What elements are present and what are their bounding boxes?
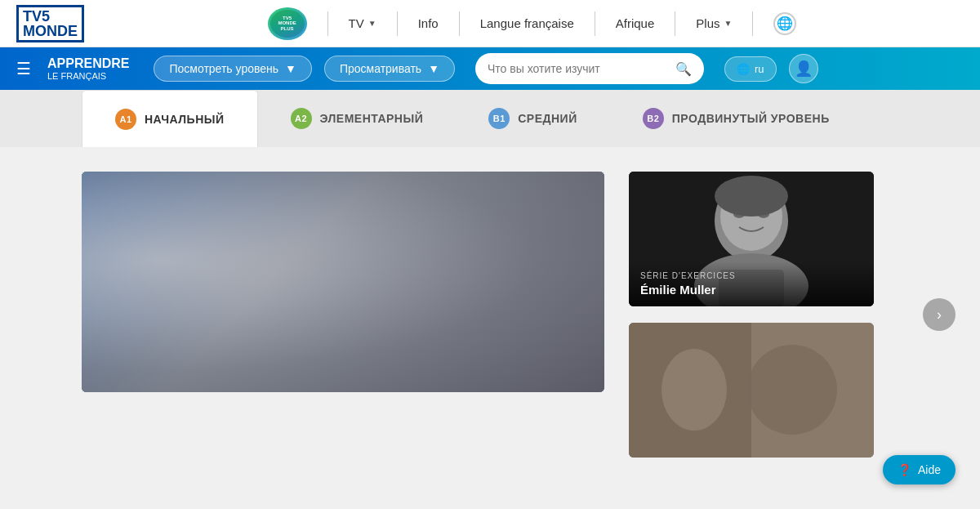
badge-b2: B2 — [643, 108, 664, 129]
level-button[interactable]: Посмотреть уровень ▼ — [154, 56, 311, 82]
globe-small-icon: 🌐 — [737, 63, 750, 75]
aide-label: Aide — [918, 463, 941, 476]
emilie-muller-overlay: SÉRIE D'EXERCICES Émilie Muller — [629, 261, 874, 306]
content-grid: SÉRIE D'EXERCICES Émilie Muller — [82, 172, 898, 458]
nav-plus[interactable]: Plus ▼ — [696, 16, 732, 30]
nav-langue[interactable]: Langue française — [480, 16, 574, 30]
tab-b1[interactable]: B1 СРЕДНИЙ — [456, 90, 610, 147]
main-content: SÉRIE D'EXERCICES Émilie Muller › — [0, 147, 980, 482]
second-card-image — [629, 323, 874, 458]
svg-point-5 — [290, 208, 412, 298]
nav-divider-4 — [595, 11, 595, 36]
level-chevron-icon: ▼ — [285, 62, 296, 75]
nav-info[interactable]: Info — [418, 16, 439, 30]
lang-label: ru — [755, 63, 764, 75]
next-arrow-button[interactable]: › — [923, 298, 956, 331]
logo-tv5-text: TV5 — [23, 9, 50, 24]
globe-icon[interactable]: 🌐 — [773, 12, 796, 35]
nav-tv-label: TV — [349, 16, 364, 30]
nav-afrique-label: Afrique — [616, 16, 655, 30]
logo-monde-text: MONDE — [23, 24, 78, 38]
serie-label: SÉRIE D'EXERCICES — [640, 271, 862, 280]
big-card[interactable] — [82, 172, 604, 392]
hamburger-menu[interactable]: ☰ — [16, 59, 31, 78]
nav-divider-5 — [675, 11, 675, 36]
aide-button[interactable]: ❓ Aide — [883, 455, 956, 482]
chevron-right-icon: › — [937, 306, 942, 324]
svg-point-6 — [286, 290, 351, 331]
tv5monde-logo[interactable]: TV5 MONDE — [16, 5, 84, 42]
sub-navigation: ☰ APPRENDRE LE FRANÇAIS Посмотреть урове… — [0, 47, 980, 90]
tab-a2-label: ЭЛЕМЕНТАРНЫЙ — [320, 112, 424, 125]
svg-rect-10 — [82, 172, 229, 392]
svg-point-17 — [715, 176, 788, 217]
user-icon: 👤 — [795, 60, 813, 78]
tab-a2[interactable]: A2 ЭЛЕМЕНТАРНЫЙ — [258, 90, 457, 147]
second-card-svg — [629, 323, 874, 458]
browse-button-label: Просматривать — [340, 62, 421, 75]
svg-rect-0 — [82, 172, 604, 392]
tab-b2[interactable]: B2 ПРОДВИНУТЫЙ УРОВЕНЬ — [610, 90, 862, 147]
svg-point-1 — [114, 200, 310, 364]
svg-rect-7 — [286, 294, 294, 327]
badge-a2: A2 — [291, 108, 312, 129]
nav-divider-3 — [459, 11, 460, 36]
badge-b1: B1 — [488, 108, 510, 129]
svg-rect-9 — [306, 288, 314, 324]
svg-point-2 — [122, 208, 302, 355]
small-cards-column: SÉRIE D'EXERCICES Émilie Muller — [629, 172, 874, 458]
nav-tv[interactable]: TV ▼ — [349, 16, 376, 30]
nav-tv-chevron: ▼ — [368, 19, 376, 28]
emilie-muller-card[interactable]: SÉRIE D'EXERCICES Émilie Muller — [629, 172, 874, 306]
top-navigation: TV5 MONDE TV5MONDEPLUS TV ▼ Info Langue … — [0, 0, 980, 47]
svg-point-23 — [747, 345, 837, 435]
nav-divider-2 — [397, 11, 398, 36]
logo-area: TV5 MONDE — [16, 5, 84, 42]
tab-a1[interactable]: A1 НАЧАЛЬНЫЙ — [82, 90, 258, 147]
nav-langue-label: Langue française — [480, 16, 574, 30]
svg-point-11 — [102, 208, 225, 355]
second-small-card[interactable] — [629, 323, 874, 458]
emilie-muller-title: Émilie Muller — [640, 283, 862, 297]
tab-b2-label: ПРОДВИНУТЫЙ УРОВЕНЬ — [672, 112, 830, 125]
language-button[interactable]: 🌐 ru — [724, 56, 777, 82]
browse-chevron-icon: ▼ — [428, 62, 439, 75]
apprendre-label: APPRENDRE LE FRANÇAIS — [47, 56, 129, 82]
browse-button[interactable]: Просматривать ▼ — [324, 56, 455, 82]
tab-b1-label: СРЕДНИЙ — [518, 112, 577, 125]
badge-a1: A1 — [115, 109, 136, 130]
user-account-button[interactable]: 👤 — [789, 54, 818, 83]
apprendre-sub: LE FRANÇAIS — [47, 71, 129, 82]
level-button-label: Посмотреть уровень — [169, 62, 278, 75]
nav-info-label: Info — [418, 16, 439, 30]
help-icon: ❓ — [898, 463, 911, 476]
nav-divider-6 — [752, 11, 753, 36]
tv5plus-logo[interactable]: TV5MONDEPLUS — [268, 7, 307, 40]
big-card-svg — [82, 172, 604, 392]
nav-plus-label: Plus — [696, 16, 719, 30]
nav-afrique[interactable]: Afrique — [616, 16, 655, 30]
apprendre-main: APPRENDRE — [47, 56, 129, 71]
svg-point-22 — [662, 349, 727, 431]
big-card-image — [82, 172, 604, 392]
svg-rect-8 — [296, 290, 304, 324]
search-icon[interactable]: 🔍 — [675, 61, 692, 77]
nav-plus-chevron: ▼ — [724, 19, 733, 28]
svg-point-3 — [212, 237, 474, 392]
level-tabs: A1 НАЧАЛЬНЫЙ A2 ЭЛЕМЕНТАРНЫЙ B1 СРЕДНИЙ … — [0, 90, 980, 147]
tab-a1-label: НАЧАЛЬНЫЙ — [145, 113, 225, 126]
top-nav-center: TV5MONDEPLUS TV ▼ Info Langue française … — [100, 7, 964, 40]
nav-divider-1 — [327, 11, 328, 36]
svg-point-4 — [302, 212, 433, 327]
search-input[interactable] — [488, 62, 675, 75]
search-bar: 🔍 — [475, 53, 704, 84]
tv5plus-text: TV5MONDEPLUS — [278, 16, 296, 32]
